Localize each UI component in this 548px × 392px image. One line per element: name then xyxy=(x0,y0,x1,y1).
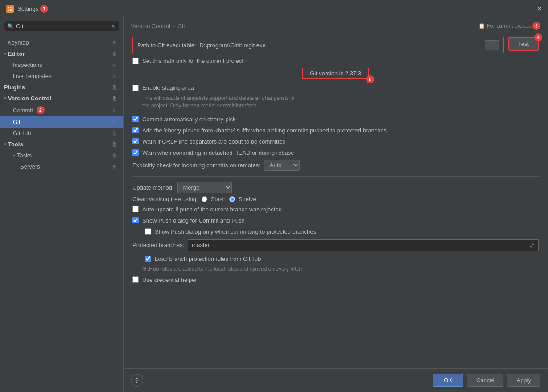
sidebar-item-servers[interactable]: Servers ⎘ xyxy=(0,161,123,172)
tools-page-icon: ⎘ xyxy=(113,141,116,148)
staging-desc2: the project. Only for non-modal commit i… xyxy=(142,103,258,109)
tools-label: Tools xyxy=(8,141,23,148)
breadcrumb: Version Control › Git 📋 For current proj… xyxy=(124,17,548,33)
credential-label: Use credential helper xyxy=(142,276,197,283)
load-github-label: Load branch protection rules from GitHub xyxy=(155,256,261,262)
path-row: Path to Git executable: ⋯ xyxy=(132,37,504,53)
sidebar-item-live-templates[interactable]: Live Templates ⎘ xyxy=(0,70,123,82)
set-path-label: Set this path only for the current proje… xyxy=(142,58,243,64)
tasks-page-icon: ⎘ xyxy=(113,153,116,159)
sidebar-item-plugins[interactable]: Plugins ⎘ xyxy=(0,82,123,93)
update-select[interactable]: Merge Rebase Branch default xyxy=(177,182,232,193)
apply-button[interactable]: Apply xyxy=(507,374,540,387)
keymap-page-icon: ⎘ xyxy=(113,40,116,46)
staging-desc1: This will disable changelists support an… xyxy=(142,95,295,101)
update-label: Update method: xyxy=(132,184,174,191)
svg-rect-2 xyxy=(8,9,9,11)
git-version-wrap: Git version is 2.37.3 5 xyxy=(132,68,539,79)
shelve-radio[interactable] xyxy=(229,196,235,202)
update-method-row: Update method: Merge Rebase Branch defau… xyxy=(132,182,539,193)
sidebar-item-editor[interactable]: ▾ Editor ⎘ xyxy=(0,48,123,59)
git-version-badge-wrap: Git version is 2.37.3 5 xyxy=(302,68,369,79)
search-bar: 🔍 ✕ xyxy=(0,17,123,35)
title-bar: Settings 1 ✕ xyxy=(0,0,548,17)
show-push-label: Show Push dialog for Commit and Push xyxy=(142,217,245,224)
sidebar-item-github[interactable]: GitHub ⎘ xyxy=(0,128,123,139)
auto-update-checkbox[interactable] xyxy=(132,206,139,212)
editor-label: Editor xyxy=(8,50,25,57)
github-page-icon: ⎘ xyxy=(113,130,116,136)
cherry-pick-checkbox[interactable] xyxy=(132,116,139,122)
version-badge5: 5 xyxy=(366,75,374,83)
path-label: Path to Git executable: xyxy=(137,42,196,49)
sidebar-item-inspections[interactable]: Inspections ⎘ xyxy=(0,59,123,70)
auto-update-label: Auto-update if push of the current branc… xyxy=(142,206,282,213)
app-icon xyxy=(6,5,14,13)
editor-arrow: ▾ xyxy=(4,51,6,56)
enable-staging-label: Enable staging area xyxy=(142,84,194,91)
stash-radio[interactable] xyxy=(202,196,207,202)
title-text: Settings xyxy=(17,5,38,12)
incoming-label: Explicitly check for incoming commits on… xyxy=(132,162,260,169)
credential-checkbox[interactable] xyxy=(132,276,139,283)
warn-detached-checkbox[interactable] xyxy=(132,149,139,156)
project-icon: 📋 xyxy=(478,23,485,29)
search-input-wrap[interactable]: 🔍 ✕ xyxy=(4,21,119,31)
sidebar-item-keymap[interactable]: Keymap ⎘ xyxy=(0,37,123,48)
svg-rect-1 xyxy=(10,7,12,8)
set-path-checkbox[interactable] xyxy=(132,58,139,64)
footer: ? OK Cancel Apply xyxy=(124,368,548,392)
project-info: 📋 For current project 3 xyxy=(478,22,540,30)
incoming-select[interactable]: Auto Always Never xyxy=(264,160,300,171)
project-text: For current project xyxy=(487,23,531,29)
enable-staging-checkbox[interactable] xyxy=(132,85,139,91)
test-badge: 4 xyxy=(534,33,542,41)
git-page-icon: ⎘ xyxy=(113,119,116,125)
expand-button[interactable]: ⤢ xyxy=(529,242,535,249)
git-label: Git xyxy=(13,119,21,125)
editor-page-icon: ⎘ xyxy=(113,51,116,57)
inspections-page-icon: ⎘ xyxy=(113,62,116,68)
settings-dialog: Settings 1 ✕ 🔍 ✕ Keymap ⎘ ▾ xyxy=(0,0,548,392)
show-push-protected-checkbox[interactable] xyxy=(145,228,151,235)
dialog-content: 🔍 ✕ Keymap ⎘ ▾ Editor ⎘ xyxy=(0,17,548,392)
protected-input[interactable] xyxy=(192,242,529,248)
cherry-pick-label: Commit automatically on cherry-pick xyxy=(142,116,236,123)
sidebar: 🔍 ✕ Keymap ⎘ ▾ Editor ⎘ xyxy=(0,17,124,392)
sidebar-item-git[interactable]: Git ⎘ xyxy=(0,116,123,128)
browse-button[interactable]: ⋯ xyxy=(485,40,499,50)
commit-badge: 2 xyxy=(37,106,45,114)
add-suffix-label: Add the 'cherry-picked from <hash>' suff… xyxy=(142,127,387,134)
svg-rect-3 xyxy=(10,9,12,11)
warn-detached-label: Warn when committing in detached HEAD or… xyxy=(142,149,294,156)
protected-label: Protected branches: xyxy=(132,242,184,248)
sidebar-item-commit[interactable]: Commit 2 ⎘ xyxy=(0,104,123,116)
breadcrumb-vc: Version Control xyxy=(131,23,170,29)
git-version-badge: Git version is 2.37.3 xyxy=(302,68,369,79)
protected-branches-row: Protected branches: ⤢ xyxy=(132,239,539,251)
clean-tree-row: Clean working tree using: Stash Shelve xyxy=(132,196,539,202)
live-templates-page-icon: ⎘ xyxy=(113,73,116,79)
sidebar-item-tasks[interactable]: ▾ Tasks ⎘ xyxy=(0,150,123,161)
search-input[interactable] xyxy=(16,23,110,29)
sidebar-item-version-control[interactable]: ▾ Version Control ⎘ xyxy=(0,93,123,104)
warn-crlf-label: Warn if CRLF line separators are about t… xyxy=(142,138,286,145)
warn-crlf-checkbox[interactable] xyxy=(132,138,139,144)
sidebar-item-tools[interactable]: ▾ Tools ⎘ xyxy=(0,139,123,150)
ok-button[interactable]: OK xyxy=(433,374,463,387)
warn-detached-row: Warn when committing in detached HEAD or… xyxy=(132,149,539,157)
divider1 xyxy=(132,176,539,177)
add-suffix-checkbox[interactable] xyxy=(132,127,139,133)
nav-list: Keymap ⎘ ▾ Editor ⎘ Inspections ⎘ Live T… xyxy=(0,35,123,392)
close-button[interactable]: ✕ xyxy=(536,4,542,13)
footer-buttons: OK Cancel Apply xyxy=(433,374,540,387)
show-push-checkbox[interactable] xyxy=(132,217,139,223)
load-github-checkbox[interactable] xyxy=(145,256,151,262)
help-button[interactable]: ? xyxy=(131,374,143,387)
path-input[interactable] xyxy=(200,42,482,49)
cherry-pick-row: Commit automatically on cherry-pick xyxy=(132,115,539,124)
incoming-commits-row: Explicitly check for incoming commits on… xyxy=(132,160,539,171)
commit-label: Commit xyxy=(13,107,33,114)
clear-search-button[interactable]: ✕ xyxy=(110,23,116,29)
cancel-button[interactable]: Cancel xyxy=(467,374,503,387)
